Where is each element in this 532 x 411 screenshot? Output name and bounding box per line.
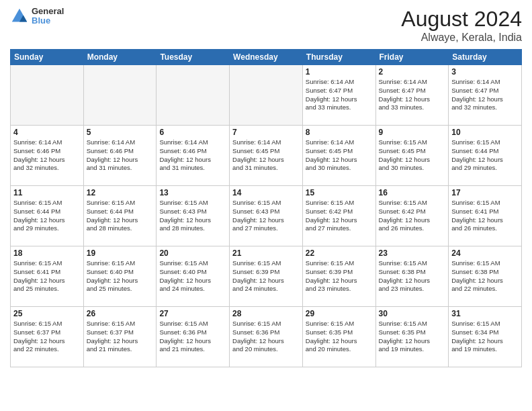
day-number: 29 <box>306 309 373 318</box>
day-number: 8 <box>306 128 373 137</box>
day-info: Sunrise: 6:15 AMSunset: 6:37 PMDaylight:… <box>87 320 154 354</box>
calendar-day-cell: 30Sunrise: 6:15 AMSunset: 6:35 PMDayligh… <box>375 307 449 367</box>
day-number: 16 <box>379 188 446 197</box>
logo-line2: Blue <box>32 16 64 26</box>
day-info: Sunrise: 6:15 AMSunset: 6:39 PMDaylight:… <box>232 259 300 293</box>
title-block: August 2024 Alwaye, Kerala, India <box>401 7 522 44</box>
logo-text: General Blue <box>32 7 64 26</box>
calendar-day-cell: 31Sunrise: 6:15 AMSunset: 6:34 PMDayligh… <box>449 307 522 367</box>
day-number: 18 <box>13 248 81 258</box>
header: General Blue August 2024 Alwaye, Kerala,… <box>10 7 522 44</box>
calendar-day-cell: 25Sunrise: 6:15 AMSunset: 6:37 PMDayligh… <box>11 307 84 367</box>
day-info: Sunrise: 6:15 AMSunset: 6:42 PMDaylight:… <box>379 199 446 233</box>
calendar-day-cell: 5Sunrise: 6:14 AMSunset: 6:46 PMDaylight… <box>83 126 157 186</box>
day-info: Sunrise: 6:15 AMSunset: 6:40 PMDaylight:… <box>87 259 154 293</box>
day-info: Sunrise: 6:14 AMSunset: 6:47 PMDaylight:… <box>451 78 519 112</box>
day-info: Sunrise: 6:14 AMSunset: 6:46 PMDaylight:… <box>159 138 226 173</box>
calendar-day-cell: 15Sunrise: 6:15 AMSunset: 6:42 PMDayligh… <box>302 186 375 246</box>
calendar-day-cell: 20Sunrise: 6:15 AMSunset: 6:40 PMDayligh… <box>157 246 230 307</box>
day-number: 5 <box>87 128 154 137</box>
day-info: Sunrise: 6:15 AMSunset: 6:44 PMDaylight:… <box>13 199 81 233</box>
day-number: 2 <box>379 67 446 77</box>
calendar-title: August 2024 <box>401 7 522 32</box>
day-number: 31 <box>451 309 519 318</box>
day-number: 1 <box>306 67 373 77</box>
calendar-day-cell: 26Sunrise: 6:15 AMSunset: 6:37 PMDayligh… <box>83 307 157 367</box>
day-info: Sunrise: 6:15 AMSunset: 6:34 PMDaylight:… <box>451 320 519 354</box>
day-info: Sunrise: 6:15 AMSunset: 6:38 PMDaylight:… <box>379 259 446 293</box>
day-number: 12 <box>87 188 154 197</box>
day-info: Sunrise: 6:14 AMSunset: 6:47 PMDaylight:… <box>379 78 446 112</box>
calendar-day-cell: 29Sunrise: 6:15 AMSunset: 6:35 PMDayligh… <box>302 307 375 367</box>
weekday-header: Tuesday <box>157 50 230 65</box>
calendar-week-row: 11Sunrise: 6:15 AMSunset: 6:44 PMDayligh… <box>11 186 522 246</box>
day-info: Sunrise: 6:15 AMSunset: 6:35 PMDaylight:… <box>379 320 446 354</box>
logo-icon <box>10 7 29 26</box>
day-info: Sunrise: 6:15 AMSunset: 6:35 PMDaylight:… <box>306 320 373 354</box>
day-number: 25 <box>13 309 81 318</box>
day-number: 13 <box>159 188 226 197</box>
calendar-day-cell <box>230 65 303 126</box>
weekday-header: Thursday <box>302 50 375 65</box>
calendar-week-row: 18Sunrise: 6:15 AMSunset: 6:41 PMDayligh… <box>11 246 522 307</box>
day-info: Sunrise: 6:15 AMSunset: 6:44 PMDaylight:… <box>451 138 519 173</box>
calendar-day-cell: 9Sunrise: 6:15 AMSunset: 6:45 PMDaylight… <box>375 126 449 186</box>
day-number: 28 <box>232 309 300 318</box>
day-number: 6 <box>159 128 226 137</box>
calendar-day-cell: 14Sunrise: 6:15 AMSunset: 6:43 PMDayligh… <box>230 186 303 246</box>
day-number: 3 <box>451 67 519 77</box>
calendar-day-cell: 12Sunrise: 6:15 AMSunset: 6:44 PMDayligh… <box>83 186 157 246</box>
logo-line1: General <box>32 7 64 16</box>
day-info: Sunrise: 6:15 AMSunset: 6:38 PMDaylight:… <box>451 259 519 293</box>
day-number: 17 <box>451 188 519 197</box>
day-number: 14 <box>232 188 300 197</box>
calendar-day-cell: 6Sunrise: 6:14 AMSunset: 6:46 PMDaylight… <box>157 126 230 186</box>
calendar-day-cell: 27Sunrise: 6:15 AMSunset: 6:36 PMDayligh… <box>157 307 230 367</box>
day-number: 22 <box>306 248 373 258</box>
day-info: Sunrise: 6:15 AMSunset: 6:36 PMDaylight:… <box>232 320 300 354</box>
day-info: Sunrise: 6:15 AMSunset: 6:41 PMDaylight:… <box>13 259 81 293</box>
calendar-day-cell: 17Sunrise: 6:15 AMSunset: 6:41 PMDayligh… <box>449 186 522 246</box>
day-info: Sunrise: 6:14 AMSunset: 6:46 PMDaylight:… <box>13 138 81 173</box>
day-number: 27 <box>159 309 226 318</box>
calendar-day-cell: 13Sunrise: 6:15 AMSunset: 6:43 PMDayligh… <box>157 186 230 246</box>
day-number: 26 <box>87 309 154 318</box>
calendar-day-cell: 23Sunrise: 6:15 AMSunset: 6:38 PMDayligh… <box>375 246 449 307</box>
calendar-day-cell: 24Sunrise: 6:15 AMSunset: 6:38 PMDayligh… <box>449 246 522 307</box>
day-info: Sunrise: 6:15 AMSunset: 6:41 PMDaylight:… <box>451 199 519 233</box>
weekday-header: Friday <box>375 50 449 65</box>
day-info: Sunrise: 6:14 AMSunset: 6:46 PMDaylight:… <box>87 138 154 173</box>
calendar-day-cell: 2Sunrise: 6:14 AMSunset: 6:47 PMDaylight… <box>375 65 449 126</box>
day-number: 30 <box>379 309 446 318</box>
day-info: Sunrise: 6:14 AMSunset: 6:47 PMDaylight:… <box>306 78 373 112</box>
calendar-day-cell: 22Sunrise: 6:15 AMSunset: 6:39 PMDayligh… <box>302 246 375 307</box>
day-number: 4 <box>13 128 81 137</box>
day-info: Sunrise: 6:15 AMSunset: 6:42 PMDaylight:… <box>306 199 373 233</box>
day-info: Sunrise: 6:14 AMSunset: 6:45 PMDaylight:… <box>306 138 373 173</box>
calendar-day-cell: 21Sunrise: 6:15 AMSunset: 6:39 PMDayligh… <box>230 246 303 307</box>
day-number: 10 <box>451 128 519 137</box>
calendar-day-cell: 1Sunrise: 6:14 AMSunset: 6:47 PMDaylight… <box>302 65 375 126</box>
weekday-header-row: SundayMondayTuesdayWednesdayThursdayFrid… <box>11 50 522 65</box>
day-info: Sunrise: 6:15 AMSunset: 6:39 PMDaylight:… <box>306 259 373 293</box>
day-number: 21 <box>232 248 300 258</box>
day-number: 9 <box>379 128 446 137</box>
day-number: 15 <box>306 188 373 197</box>
day-info: Sunrise: 6:15 AMSunset: 6:43 PMDaylight:… <box>159 199 226 233</box>
day-number: 23 <box>379 248 446 258</box>
day-number: 20 <box>159 248 226 258</box>
day-number: 19 <box>87 248 154 258</box>
calendar-day-cell: 8Sunrise: 6:14 AMSunset: 6:45 PMDaylight… <box>302 126 375 186</box>
day-info: Sunrise: 6:15 AMSunset: 6:40 PMDaylight:… <box>159 259 226 293</box>
weekday-header: Sunday <box>11 50 84 65</box>
day-info: Sunrise: 6:15 AMSunset: 6:44 PMDaylight:… <box>87 199 154 233</box>
calendar-table: SundayMondayTuesdayWednesdayThursdayFrid… <box>10 49 522 367</box>
calendar-day-cell: 16Sunrise: 6:15 AMSunset: 6:42 PMDayligh… <box>375 186 449 246</box>
calendar-day-cell: 10Sunrise: 6:15 AMSunset: 6:44 PMDayligh… <box>449 126 522 186</box>
day-info: Sunrise: 6:14 AMSunset: 6:45 PMDaylight:… <box>232 138 300 173</box>
calendar-day-cell <box>83 65 157 126</box>
day-number: 7 <box>232 128 300 137</box>
calendar-day-cell: 19Sunrise: 6:15 AMSunset: 6:40 PMDayligh… <box>83 246 157 307</box>
page-container: General Blue August 2024 Alwaye, Kerala,… <box>0 0 532 411</box>
calendar-week-row: 25Sunrise: 6:15 AMSunset: 6:37 PMDayligh… <box>11 307 522 367</box>
